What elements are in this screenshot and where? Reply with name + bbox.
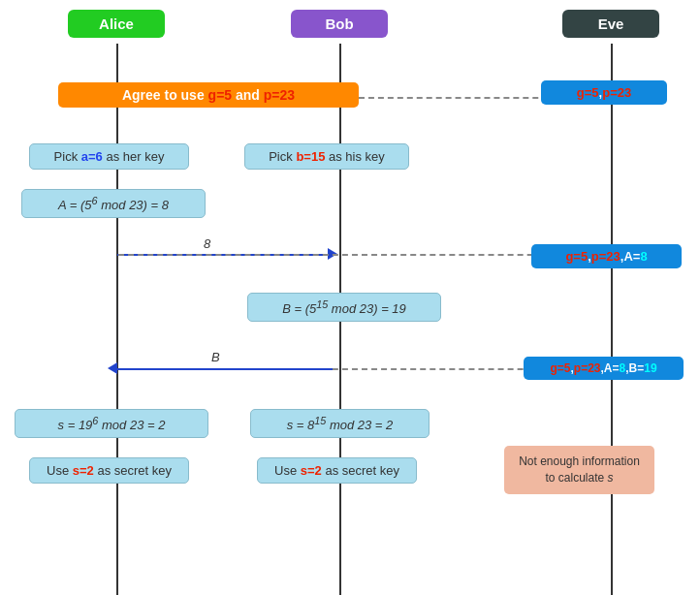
- lifeline-eve: [611, 44, 613, 595]
- bob-label: Bob: [325, 16, 353, 32]
- alice-label: Alice: [99, 16, 134, 32]
- alice-s-box: s = 196 mod 23 = 2: [15, 409, 208, 438]
- bob-secret-box: Use s=2 as secret key: [257, 457, 417, 484]
- actor-alice: Alice: [68, 10, 165, 38]
- pick-b-box: Pick b=15 as his key: [244, 143, 409, 170]
- arrow-label-8: 8: [204, 236, 210, 251]
- eve-label: Eve: [598, 16, 624, 32]
- diagram: Alice Bob Eve Agree to use g=5 and p=23 …: [0, 0, 700, 595]
- eve-note-box: Not enough information to calculate s: [504, 446, 654, 494]
- lifeline-alice: [116, 44, 118, 595]
- arrowhead-B-to-alice: [108, 362, 117, 374]
- actor-eve: Eve: [562, 10, 659, 38]
- arrow-B-to-alice: [117, 368, 333, 370]
- eve-box-gp: g=5,p=23: [541, 80, 667, 105]
- bob-s-box: s = 815 mod 23 = 2: [250, 409, 430, 438]
- actor-bob: Bob: [291, 10, 388, 38]
- eve-box-gpAB: g=5,p=23,A=8,B=19: [524, 357, 684, 380]
- a-calc-box: A = (56 mod 23) = 8: [21, 189, 206, 218]
- alice-secret-box: Use s=2 as secret key: [29, 457, 189, 484]
- arrow-label-B: B: [211, 350, 220, 364]
- eve-box-gpA: g=5,p=23,A=8: [531, 244, 682, 268]
- agree-box: Agree to use g=5 and p=23: [58, 82, 359, 108]
- b-calc-box: B = (515 mod 23) = 19: [247, 293, 441, 322]
- pick-a-box: Pick a=6 as her key: [29, 143, 189, 170]
